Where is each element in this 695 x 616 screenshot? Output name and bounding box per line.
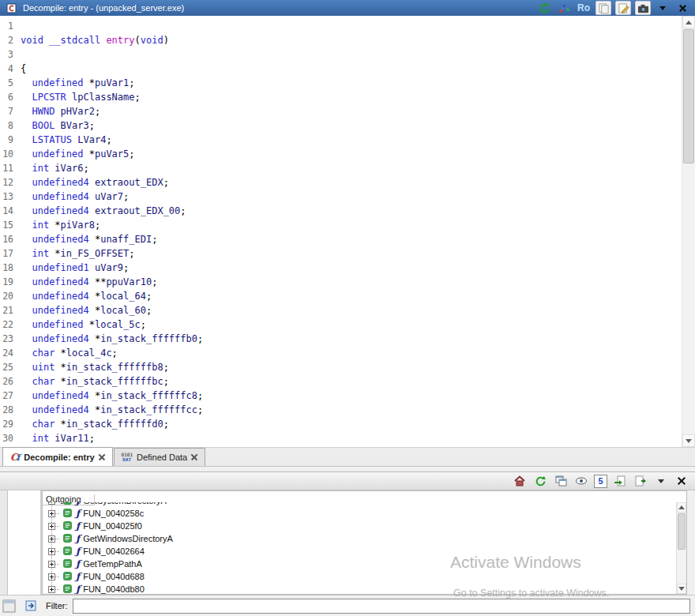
code-line[interactable]: 21 undefined4 *local_60;	[0, 303, 695, 317]
line-number: 19	[0, 275, 21, 289]
docked-panel-icon[interactable]	[2, 599, 16, 613]
code-line[interactable]: 12 undefined4 extraout_EDX;	[0, 175, 695, 190]
panel-close-icon[interactable]	[674, 475, 689, 488]
tab-decompile-entry[interactable]: Cf Decompile: entry	[2, 447, 113, 466]
tree-scrollbar[interactable]	[676, 502, 686, 594]
line-number: 13	[0, 190, 21, 204]
code-line[interactable]: 18 undefined1 uVar9;	[0, 261, 695, 275]
code-line[interactable]: 20 undefined4 *local_64;	[0, 289, 695, 303]
titlebar-dropdown-icon[interactable]	[655, 2, 671, 15]
function-f-icon: ƒ	[76, 584, 80, 594]
code-line[interactable]: 29 char *in_stack_ffffffd0;	[0, 417, 695, 431]
export-in-icon[interactable]	[612, 475, 628, 488]
scroll-down-icon[interactable]	[677, 584, 686, 594]
export-out-icon[interactable]	[633, 475, 648, 488]
code-line[interactable]: 11 int iVar6;	[0, 161, 695, 175]
code-text: BOOL BVar3;	[21, 118, 95, 133]
code-line[interactable]: 2void __stdcall entry(void)	[0, 33, 695, 47]
eye-icon[interactable]	[573, 475, 589, 488]
tree-connector	[55, 539, 59, 539]
code-line[interactable]: 17 int *in_FS_OFFSET;	[0, 246, 695, 261]
tab-close-icon[interactable]	[99, 454, 105, 460]
home-icon[interactable]	[512, 475, 528, 488]
graph-icon[interactable]	[556, 2, 572, 15]
tab-close-icon[interactable]	[191, 454, 197, 460]
code-line[interactable]: 19 undefined4 **ppuVar10;	[0, 275, 695, 289]
code-line[interactable]: 30 int iVar11;	[0, 431, 695, 445]
expand-plus-icon[interactable]	[48, 548, 55, 555]
code-line[interactable]: 13 undefined4 uVar7;	[0, 190, 695, 204]
code-line[interactable]: 24 char *local_4c;	[0, 346, 695, 360]
code-text: undefined4 *local_60;	[21, 303, 152, 317]
line-number: 30	[0, 431, 21, 445]
code-line[interactable]: 6 LPCSTR lpClassName;	[0, 90, 695, 104]
code-line[interactable]: 1	[0, 19, 695, 33]
code-line[interactable]: 3	[0, 47, 695, 62]
tree-item-label: GetTempPathA	[83, 559, 142, 569]
code-line[interactable]: 4{	[0, 62, 695, 76]
camera-icon[interactable]	[635, 1, 651, 15]
code-line[interactable]: 8 BOOL BVar3;	[0, 118, 695, 133]
tree-row[interactable]: ƒFUN_00402664	[44, 545, 675, 558]
code-text: LSTATUS LVar4;	[21, 133, 112, 147]
code-line[interactable]: 14 undefined4 extraout_EDX_00;	[0, 204, 695, 218]
duplicate-window-icon[interactable]	[553, 475, 569, 488]
code-scroll-thumb[interactable]	[683, 29, 694, 163]
scroll-up-icon[interactable]	[677, 502, 686, 513]
edit-icon[interactable]	[615, 1, 631, 15]
expand-plus-icon[interactable]	[48, 561, 55, 568]
expand-plus-icon[interactable]	[48, 586, 55, 593]
tree-row[interactable]: ƒGetTempPathA	[44, 558, 675, 570]
expand-plus-icon[interactable]	[48, 502, 55, 505]
tree-scroll-thumb[interactable]	[678, 513, 686, 550]
code-line[interactable]: 25 uint *in_stack_ffffffb8;	[0, 360, 695, 374]
decompile-titlebar[interactable]: Decompile: entry - (unpacked_server.exe)…	[0, 0, 695, 16]
expand-plus-icon[interactable]	[48, 510, 55, 517]
code-text: undefined4 *local_64;	[21, 289, 152, 303]
code-line[interactable]: 10 undefined *puVar5;	[0, 147, 695, 161]
code-line[interactable]: 15 int *piVar8;	[0, 218, 695, 232]
code-text: char *in_stack_ffffffd0;	[21, 417, 169, 431]
scroll-up-icon[interactable]	[682, 16, 695, 28]
function-f-icon: ƒ	[76, 534, 80, 543]
code-line[interactable]: 16 undefined4 *unaff_EDI;	[0, 232, 695, 246]
code-text: {	[21, 62, 26, 76]
tab-defined-data[interactable]: 0101DAT Defined Data	[114, 448, 206, 466]
code-line[interactable]: 22 undefined *local_5c;	[0, 317, 695, 332]
code-line[interactable]: 5 undefined *puVar1;	[0, 76, 695, 90]
code-scrollbar[interactable]	[682, 16, 695, 447]
collapsed-panel-strip[interactable]	[0, 490, 8, 595]
panel-dropdown-icon[interactable]	[653, 475, 669, 488]
code-line[interactable]: 26 char *in_stack_ffffffbc;	[0, 374, 695, 389]
code-line[interactable]: 7 HWND pHVar2;	[0, 104, 695, 118]
code-line[interactable]: 28 undefined4 *in_stack_ffffffcc;	[0, 403, 695, 417]
tree-row[interactable]: ƒFUN_004025f0	[44, 520, 675, 532]
scroll-down-icon[interactable]	[682, 434, 695, 447]
expand-plus-icon[interactable]	[48, 573, 55, 580]
code-text: HWND pHVar2;	[21, 104, 100, 118]
tree-row[interactable]: ƒGetWindowsDirectoryA	[44, 532, 675, 545]
refresh-icon[interactable]	[536, 2, 552, 15]
refresh-icon[interactable]	[532, 475, 548, 488]
tree-row[interactable]: ƒFUN_0040db80	[44, 583, 675, 594]
code-line[interactable]: 23 undefined4 *in_stack_ffffffb0;	[0, 332, 695, 346]
line-number: 17	[0, 246, 21, 261]
code-text: char *local_4c;	[21, 346, 118, 360]
expand-plus-icon[interactable]	[48, 535, 55, 543]
decompiler-app-icon	[3, 2, 19, 15]
call-reference-icon	[62, 546, 73, 558]
restore-window-icon[interactable]	[24, 599, 38, 613]
tree-row[interactable]: ƒFUN_0040d688	[44, 570, 675, 583]
depth-count-badge[interactable]: 5	[594, 475, 607, 488]
titlebar-close-icon[interactable]	[674, 2, 690, 15]
expand-plus-icon[interactable]	[48, 523, 55, 530]
code-line[interactable]: 9 LSTATUS LVar4;	[0, 133, 695, 147]
copy-icon[interactable]	[595, 1, 611, 15]
function-f-icon: ƒ	[76, 521, 80, 531]
code-line[interactable]: 27 undefined4 *in_stack_ffffffc8;	[0, 389, 695, 403]
line-number: 22	[0, 317, 21, 332]
tree-row[interactable]: ƒFUN_0040258c	[44, 507, 675, 520]
ro-label[interactable]: Ro	[576, 2, 592, 15]
filter-input[interactable]	[73, 599, 691, 614]
decompiler-code-area[interactable]: 12void __stdcall entry(void)34{5 undefin…	[0, 16, 695, 447]
